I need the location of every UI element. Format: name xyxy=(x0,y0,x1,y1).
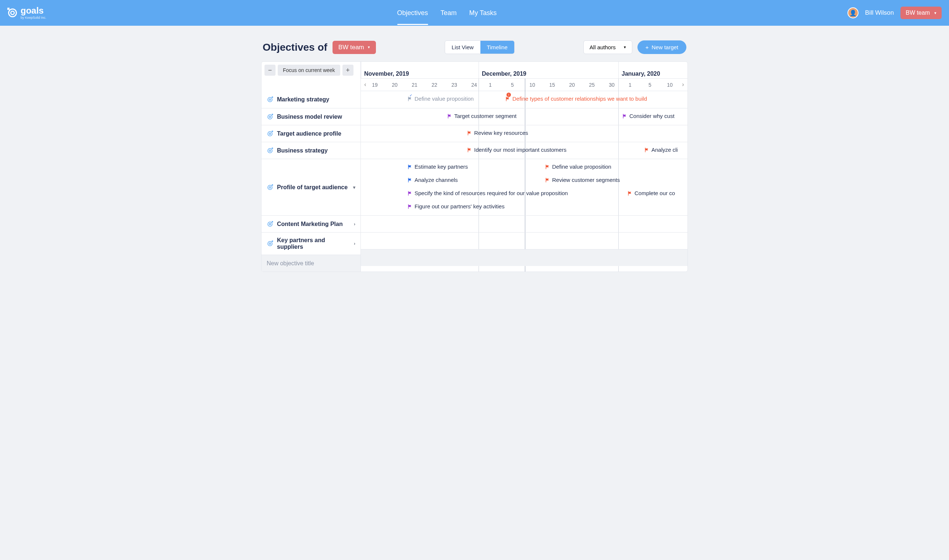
timeline-task[interactable]: Specify the kind of resources required f… xyxy=(407,190,568,196)
team-dropdown[interactable]: BW team ▾ xyxy=(900,7,942,19)
svg-point-10 xyxy=(268,185,272,189)
objective-row[interactable]: Business model review xyxy=(262,108,361,125)
view-timeline-button[interactable]: Timeline xyxy=(480,41,514,54)
scroll-right-button[interactable]: › xyxy=(679,81,687,88)
svg-point-6 xyxy=(268,132,272,136)
nav-mytasks[interactable]: My Tasks xyxy=(469,6,497,20)
flag-icon xyxy=(627,191,632,196)
month-label: January, 2020 xyxy=(618,62,660,78)
task-text: Complete our co xyxy=(634,190,675,196)
nav-objectives[interactable]: Objectives xyxy=(397,6,428,20)
chevron-down-icon[interactable]: ▾ xyxy=(353,185,355,190)
month-label: November, 2019 xyxy=(361,62,409,78)
logo-text: goals xyxy=(21,6,46,15)
new-target-button[interactable]: + New target xyxy=(637,40,687,54)
flag-icon xyxy=(545,177,550,183)
app-header: goals by KeepSolid Inc. Objectives Team … xyxy=(0,0,949,26)
objective-row[interactable]: Target audience profile xyxy=(262,125,361,142)
objective-name: Profile of target audience xyxy=(277,184,347,191)
objective-name: Business strategy xyxy=(277,147,328,154)
days-row: ‹ › 1920212223241510152025301510 xyxy=(361,78,687,91)
day-label: 24 xyxy=(467,78,481,91)
day-label: 10 xyxy=(525,78,540,91)
target-icon xyxy=(267,240,273,247)
logo: goals by KeepSolid Inc. xyxy=(7,6,46,20)
chevron-right-icon[interactable]: › xyxy=(354,241,355,246)
flag-icon xyxy=(407,191,412,196)
focus-current-week-button[interactable]: Focus on current week xyxy=(278,65,340,76)
day-label: 1 xyxy=(483,78,498,91)
day-label: 30 xyxy=(604,78,619,91)
month-label: December, 2019 xyxy=(478,62,526,78)
objective-row[interactable]: Business strategy xyxy=(262,142,361,159)
timeline-lane xyxy=(361,249,687,266)
flag-icon xyxy=(407,204,412,209)
objective-row[interactable]: Marketing strategy xyxy=(262,91,361,108)
svg-point-1 xyxy=(11,11,14,14)
svg-point-3 xyxy=(269,99,271,101)
flag-icon xyxy=(545,164,550,169)
timeline-task[interactable]: Analyze channels xyxy=(407,177,458,183)
nav-team[interactable]: Team xyxy=(441,6,457,20)
timeline-lane: Estimate key partnersDefine value propos… xyxy=(361,159,687,215)
authors-filter-label: All authors xyxy=(589,44,616,50)
target-icon xyxy=(267,96,273,103)
objective-row[interactable]: Content Marketing Plan › xyxy=(262,215,361,232)
timeline-task[interactable]: Complete our co xyxy=(627,190,675,196)
logo-subtitle: by KeepSolid Inc. xyxy=(21,16,46,20)
day-label: 22 xyxy=(427,78,442,91)
timeline-task[interactable]: Define value proposition xyxy=(545,163,611,170)
day-label: 5 xyxy=(643,78,657,91)
timeline-task[interactable]: Estimate key partners xyxy=(407,163,468,170)
svg-point-5 xyxy=(269,116,271,118)
flag-icon xyxy=(644,147,649,152)
timeline-task[interactable]: Consider why cust xyxy=(622,113,674,119)
timeline-lane: Target customer segmentConsider why cust xyxy=(361,108,687,125)
day-label: 1 xyxy=(623,78,637,91)
timeline-task[interactable]: Target customer segment xyxy=(447,113,517,119)
page-team-dropdown[interactable]: BW team ▾ xyxy=(333,41,376,54)
day-label: 20 xyxy=(565,78,579,91)
target-icon xyxy=(267,114,273,120)
task-text: Estimate key partners xyxy=(415,163,468,170)
flag-icon xyxy=(622,114,627,119)
avatar[interactable]: 👤 xyxy=(847,7,858,18)
view-list-button[interactable]: List View xyxy=(445,41,480,54)
months-row: November, 2019December, 2019January, 202… xyxy=(361,62,687,78)
objective-row[interactable]: Profile of target audience ▾ xyxy=(262,159,361,215)
svg-point-0 xyxy=(9,9,17,17)
zoom-in-button[interactable]: + xyxy=(343,65,353,76)
svg-point-11 xyxy=(269,186,271,188)
task-text: Target customer segment xyxy=(454,113,517,119)
day-label: 10 xyxy=(662,78,677,91)
timeline-lane: Review key resources xyxy=(361,125,687,142)
task-text: Define types of customer relationships w… xyxy=(512,95,647,102)
timeline-task[interactable]: Review key resources xyxy=(467,130,528,136)
timeline-lane xyxy=(361,232,687,249)
timeline-task[interactable]: !Define types of customer relationships … xyxy=(505,95,647,102)
new-objective-input[interactable]: New objective title xyxy=(262,255,361,272)
authors-filter[interactable]: All authors ▾ xyxy=(583,40,632,54)
zoom-out-button[interactable]: − xyxy=(264,65,276,76)
timeline-task[interactable]: Identify our most important customers xyxy=(467,147,566,153)
svg-point-4 xyxy=(268,115,272,119)
main-nav: Objectives Team My Tasks xyxy=(46,6,847,20)
chevron-down-icon: ▾ xyxy=(368,45,370,49)
objective-name: Key partners and suppliers xyxy=(277,237,350,250)
flag-icon xyxy=(467,147,472,152)
timeline-task[interactable]: Review customer segments xyxy=(545,177,620,183)
day-label: 20 xyxy=(387,78,402,91)
objective-row[interactable]: Key partners and suppliers › xyxy=(262,232,361,255)
svg-point-13 xyxy=(269,223,271,225)
svg-point-7 xyxy=(269,133,271,134)
timeline-task[interactable]: Figure out our partners' key activities xyxy=(407,203,505,209)
new-objective-placeholder: New objective title xyxy=(267,260,314,267)
timeline-task[interactable]: Analyze cli xyxy=(644,147,678,153)
scroll-left-button[interactable]: ‹ xyxy=(361,81,369,88)
timeline-task[interactable]: ✓Define value proposition xyxy=(407,95,474,102)
timeline-lane xyxy=(361,215,687,232)
timeline-lane: Identify our most important customersAna… xyxy=(361,142,687,159)
target-icon xyxy=(267,147,273,154)
chevron-right-icon[interactable]: › xyxy=(354,222,355,227)
toolbar: Objectives of BW team ▾ List View Timeli… xyxy=(261,40,688,54)
